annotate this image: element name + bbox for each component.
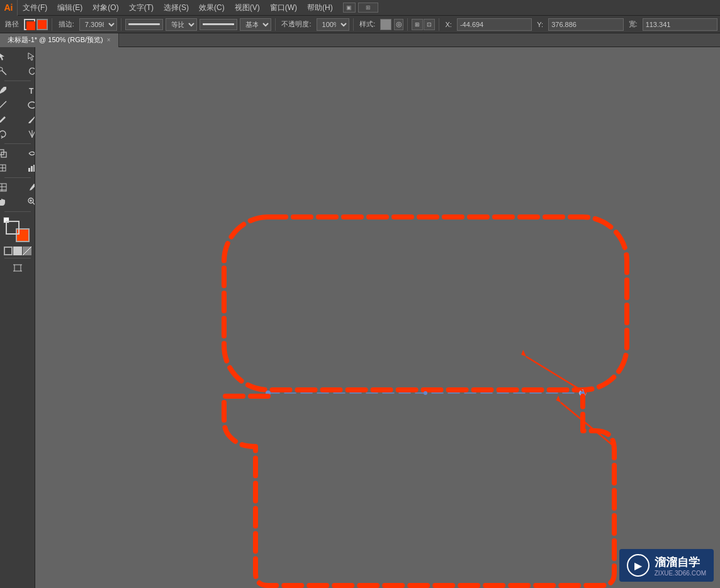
x-label: X: (443, 21, 454, 28)
menu-items: 文件(F) 编辑(E) 对象(O) 文字(T) 选择(S) 效果(C) 视图(V… (18, 0, 378, 15)
canvas-area[interactable]: ▶ 溜溜自学 ZIXUE.3D66.COM (35, 47, 720, 588)
no-fill-icon[interactable] (4, 247, 13, 255)
brush-tool[interactable] (18, 113, 35, 126)
selection-tools (0, 50, 35, 64)
fill-swatch[interactable] (6, 221, 20, 235)
symbol-tools (0, 180, 35, 194)
grid-icon[interactable]: ⊞ (412, 19, 423, 30)
menu-text[interactable]: 文字(T) (124, 0, 159, 15)
svg-rect-12 (31, 166, 33, 172)
lasso-tools (0, 64, 35, 78)
main-area: T (0, 47, 720, 588)
free-transform-tool[interactable] (0, 161, 17, 175)
svg-marker-31 (555, 396, 563, 404)
mode-button[interactable]: ▣ (343, 3, 356, 13)
lasso-tool[interactable] (18, 64, 35, 78)
artboard-tool[interactable] (3, 261, 32, 275)
w-input[interactable] (643, 18, 717, 31)
dash-style-select[interactable] (200, 19, 237, 30)
style-swatch[interactable] (380, 19, 391, 30)
select-tool[interactable] (0, 50, 17, 64)
reflect-tool[interactable] (18, 127, 35, 141)
menu-object[interactable]: 对象(O) (87, 0, 123, 15)
hand-tool[interactable] (0, 195, 17, 209)
w-label: 宽: (626, 19, 640, 29)
grid-button[interactable]: ⊞ (358, 3, 378, 13)
both-icon[interactable] (23, 247, 31, 255)
watermark-text: 溜溜自学 ZIXUE.3D66.COM (655, 555, 706, 577)
upper-rounded-rect (224, 217, 627, 390)
canvas-svg (35, 47, 720, 588)
stroke-color-swatch[interactable] (37, 19, 48, 30)
opacity-label: 不透明度: (279, 19, 313, 29)
misc-tools (0, 195, 35, 209)
scale-select[interactable]: 等比 (166, 18, 197, 31)
opacity-icon[interactable]: ◎ (394, 19, 403, 30)
options-toolbar: 路径 描边: 7.3098 等比 基本 不透明度: 100% 样式: ◎ ⊞ ⊡ (0, 16, 720, 33)
y-label: Y: (534, 21, 546, 28)
line-tool[interactable] (0, 98, 17, 112)
basic-select[interactable]: 基本 (240, 18, 271, 31)
warp-tool[interactable] (18, 147, 35, 160)
graph-tools (0, 161, 35, 175)
watermark: ▶ 溜溜自学 ZIXUE.3D66.COM (619, 549, 714, 582)
svg-rect-11 (28, 168, 30, 172)
line-tools (0, 98, 35, 112)
pen-tool[interactable] (0, 84, 17, 97)
svg-line-1 (2, 70, 6, 75)
y-input[interactable] (548, 18, 623, 31)
app-logo: Ai (0, 0, 18, 16)
menu-select[interactable]: 选择(S) (159, 0, 194, 15)
transform-icons: ⊞ ⊡ (412, 19, 435, 30)
menu-effect[interactable]: 效果(C) (194, 0, 230, 15)
menu-view[interactable]: 视图(V) (230, 0, 265, 15)
style-label: 样式: (357, 19, 378, 29)
tabbar: 未标题-1* @ 150% (RGB/预览) × (0, 33, 720, 47)
chart-tool[interactable] (18, 161, 35, 175)
grid-tool[interactable] (0, 180, 17, 194)
menu-edit[interactable]: 编辑(E) (52, 0, 87, 15)
ellipse-tool[interactable] (18, 98, 35, 112)
brush-tools (0, 113, 35, 126)
path-label: 路径 (3, 19, 21, 29)
watermark-name: 溜溜自学 (655, 555, 706, 570)
opacity-select[interactable]: 100% (317, 18, 349, 31)
menu-help[interactable]: 帮助(H) (302, 0, 338, 15)
transform-tools (0, 147, 35, 160)
zoom-tool[interactable] (18, 195, 35, 209)
watermark-url: ZIXUE.3D66.COM (655, 570, 706, 577)
eyedropper-tool[interactable] (18, 180, 35, 194)
stroke-label: 描边: (56, 19, 77, 29)
stroke-weight-select[interactable]: 7.3098 (79, 18, 117, 31)
svg-line-30 (561, 402, 614, 447)
color-tools: ↺ (3, 217, 32, 246)
direct-select-tool[interactable] (18, 50, 35, 64)
pen-tools: T (0, 84, 35, 97)
fill-icon[interactable] (13, 247, 22, 255)
lower-partial-rect (224, 396, 614, 585)
mode-tools (4, 247, 31, 255)
menu-file[interactable]: 文件(F) (18, 0, 52, 15)
x-input[interactable] (457, 18, 532, 31)
svg-point-4 (28, 102, 35, 108)
menu-window[interactable]: 窗口(W) (265, 0, 302, 15)
left-toolbar: T (0, 47, 35, 588)
type-tool[interactable]: T (18, 84, 35, 97)
watermark-icon: ▶ (627, 554, 650, 577)
shape-tools (0, 127, 35, 141)
rotate-tool[interactable] (0, 127, 17, 141)
tab-close-button[interactable]: × (107, 36, 111, 43)
svg-rect-22 (14, 265, 21, 271)
pencil-tool[interactable] (0, 113, 17, 126)
menubar: Ai 文件(F) 编辑(E) 对象(O) 文字(T) 选择(S) 效果(C) 视… (0, 0, 720, 16)
magic-wand-tool[interactable] (0, 64, 17, 78)
document-tab[interactable]: 未标题-1* @ 150% (RGB/预览) × (0, 33, 119, 47)
svg-line-27 (526, 357, 583, 391)
svg-line-3 (0, 101, 6, 109)
stroke-style-select[interactable] (125, 19, 163, 30)
anchor-mid (424, 391, 427, 395)
scale-tool[interactable] (0, 147, 17, 160)
transform-icon[interactable]: ⊡ (424, 19, 435, 30)
fill-color-swatch[interactable] (24, 19, 35, 30)
svg-text:T: T (29, 87, 34, 96)
